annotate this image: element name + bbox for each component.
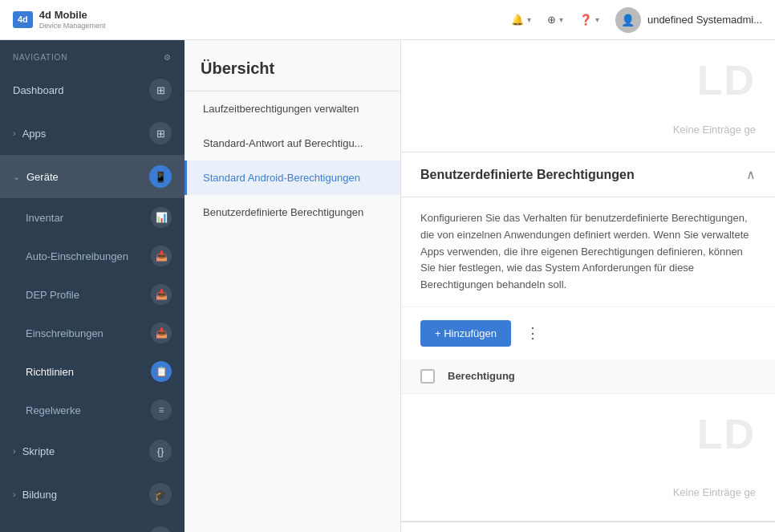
section-title: Benutzerdefinierte Berechtigungen xyxy=(420,168,635,182)
bottom-divider xyxy=(401,521,775,522)
auto-einschreibungen-icon: 📥 xyxy=(151,246,172,266)
sidebar-item-skripte[interactable]: › Skripte {} xyxy=(0,429,185,473)
nav-settings-icon: ⚙ xyxy=(164,53,172,62)
add-button[interactable]: + Hinzufügen xyxy=(420,320,511,347)
sidebar-item-inventar[interactable]: Inventar 📊 xyxy=(0,198,185,237)
richtlinien-label: Richtlinien xyxy=(26,366,74,378)
menu-item-benutzerdefinierte[interactable]: Benutzerdefinierte Berechtigungen xyxy=(185,195,400,229)
help-icon: ❓ xyxy=(579,14,592,26)
middle-title: Übersicht xyxy=(185,40,400,91)
sidebar-item-benutzer[interactable]: › Benutzer 👥 xyxy=(0,516,185,532)
dep-profile-label: DEP Profile xyxy=(26,289,79,301)
table-header: Berechtigung xyxy=(401,359,775,394)
collapse-icon: ∧ xyxy=(746,167,756,182)
bildung-chevron: › xyxy=(13,489,16,499)
inventar-label: Inventar xyxy=(26,212,63,224)
einschreibungen-icon: 📥 xyxy=(151,323,172,343)
topbar: 4d 4d Mobile Device Management 🔔 ▾ ⊕ ▾ ❓… xyxy=(0,0,775,40)
topbar-icons: 🔔 ▾ ⊕ ▾ ❓ ▾ 👤 undefined Systemadmi... xyxy=(511,7,762,33)
sidebar-item-dep-profile[interactable]: DEP Profile 📥 xyxy=(0,275,185,314)
sidebar-item-auto-einschreibungen[interactable]: Auto-Einschreibungen 📥 xyxy=(0,237,185,275)
apps-chevron: › xyxy=(13,128,16,138)
logo-subtitle: Device Management xyxy=(39,22,106,30)
regelwerke-icon: ≡ xyxy=(151,400,172,420)
help-chevron: ▾ xyxy=(595,15,599,24)
help-button[interactable]: ❓ ▾ xyxy=(579,14,599,26)
geraete-label: Geräte xyxy=(26,171,59,183)
richtlinien-icon: 📋 xyxy=(151,361,172,382)
dep-profile-icon: 📥 xyxy=(151,284,172,305)
skripte-icon: {} xyxy=(149,440,172,462)
bildung-icon: 🎓 xyxy=(149,483,172,506)
auto-einschreibungen-label: Auto-Einschreibungen xyxy=(26,250,128,262)
dashboard-icon: ⊞ xyxy=(149,79,172,101)
geraete-icon: 📱 xyxy=(149,165,172,188)
globe-chevron: ▾ xyxy=(559,15,563,24)
menu-item-standard-android[interactable]: Standard Android-Berechtigungen xyxy=(185,160,400,195)
bell-icon: 🔔 xyxy=(511,14,524,26)
sidebar-item-bildung[interactable]: › Bildung 🎓 xyxy=(0,473,185,516)
globe-button[interactable]: ⊕ ▾ xyxy=(547,14,563,26)
sidebar-item-dashboard[interactable]: Dashboard ⊞ xyxy=(0,68,185,112)
benutzerdefinierte-section: Benutzerdefinierte Berechtigungen ∧ Konf… xyxy=(401,152,775,394)
skripte-label: Skripte xyxy=(22,445,55,457)
bell-button[interactable]: 🔔 ▾ xyxy=(511,14,531,26)
inventar-icon: 📊 xyxy=(151,207,172,228)
sidebar: NAVIGATION ⚙ Dashboard ⊞ › Apps ⊞ ⌄ Gerä… xyxy=(0,40,185,532)
main-layout: NAVIGATION ⚙ Dashboard ⊞ › Apps ⊞ ⌄ Gerä… xyxy=(0,40,775,532)
keine-eintrage-top: Keine Einträge ge xyxy=(673,124,756,136)
top-watermark-area: LD Keine Einträge ge xyxy=(401,40,775,152)
benutzer-icon: 👥 xyxy=(149,526,172,532)
bottom-watermark-area: LD Keine Einträge ge xyxy=(401,394,775,522)
user-menu[interactable]: 👤 undefined Systemadmi... xyxy=(615,7,762,33)
sidebar-item-apps[interactable]: › Apps ⊞ xyxy=(0,112,185,155)
bildung-label: Bildung xyxy=(22,489,57,501)
nav-label: NAVIGATION ⚙ xyxy=(0,40,185,68)
einschreibungen-label: Einschreibungen xyxy=(26,327,103,339)
sidebar-item-einschreibungen[interactable]: Einschreibungen 📥 xyxy=(0,314,185,352)
user-name: undefined Systemadmi... xyxy=(647,14,762,26)
watermark-bottom: LD xyxy=(697,410,756,458)
logo-abbr: 4d xyxy=(13,11,33,28)
section-description: Konfigurieren Sie das Verhalten für benu… xyxy=(401,197,775,307)
watermark-top: LD xyxy=(697,56,756,104)
berechtigung-col-header: Berechtigung xyxy=(448,370,515,382)
menu-item-laufzeit[interactable]: Laufzeitberechtigungen verwalten xyxy=(185,91,400,126)
sidebar-item-regelwerke[interactable]: Regelwerke ≡ xyxy=(0,391,185,429)
dashboard-label: Dashboard xyxy=(13,84,64,96)
more-button[interactable]: ⋮ xyxy=(519,321,546,345)
keine-eintrage-bottom: Keine Einträge ge xyxy=(673,486,756,498)
header-checkbox[interactable] xyxy=(420,369,435,384)
apps-icon: ⊞ xyxy=(149,122,172,144)
section-header[interactable]: Benutzerdefinierte Berechtigungen ∧ xyxy=(401,152,775,197)
middle-panel: Übersicht Laufzeitberechtigungen verwalt… xyxy=(185,40,401,532)
regelwerke-label: Regelwerke xyxy=(26,404,81,416)
logo-title: 4d Mobile xyxy=(39,10,106,21)
logo: 4d 4d Mobile Device Management xyxy=(13,10,197,29)
right-panel: LD Keine Einträge ge Benutzerdefinierte … xyxy=(401,40,775,532)
globe-icon: ⊕ xyxy=(547,14,556,26)
avatar: 👤 xyxy=(615,7,641,33)
geraete-chevron: ⌄ xyxy=(13,172,20,182)
section-toolbar: + Hinzufügen ⋮ xyxy=(401,307,775,359)
sidebar-item-richtlinien[interactable]: Richtlinien 📋 xyxy=(0,352,185,391)
bell-chevron: ▾ xyxy=(527,15,531,24)
skripte-chevron: › xyxy=(13,446,16,456)
menu-item-standard-antwort[interactable]: Standard-Antwort auf Berechtigu... xyxy=(185,126,400,160)
sidebar-item-geraete[interactable]: ⌄ Geräte 📱 xyxy=(0,155,185,198)
apps-label: Apps xyxy=(22,128,47,140)
